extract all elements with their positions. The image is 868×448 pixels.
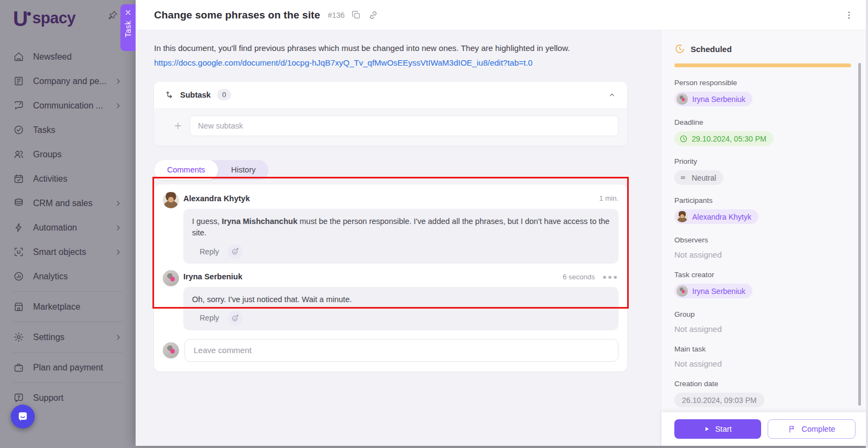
comment-author[interactable]: Alexandra Khytyk	[183, 194, 250, 203]
main-task-value[interactable]: Not assigned	[674, 359, 851, 368]
participant-value: Alexandra Khytyk	[692, 213, 751, 221]
field-label: Task creator	[674, 271, 851, 279]
window-scrollbar[interactable]	[866, 0, 868, 448]
comment-bubble: I guess, Iryna Mishchanchuk must be the …	[183, 209, 618, 264]
deadline-chip[interactable]: 29.10.2024, 05:30 PM	[674, 131, 774, 146]
comment-header: Iryna Serbeniuk 6 seconds ●●●	[183, 270, 618, 283]
comment-text: Oh, sorry. I've just noticed that. Wait …	[192, 294, 610, 306]
add-subtask-button[interactable]	[171, 119, 184, 132]
subtask-icon	[165, 90, 175, 100]
subtask-header[interactable]: Subtask 0	[154, 82, 627, 108]
field-group: Group Not assigned	[674, 310, 851, 334]
complete-button[interactable]: Complete	[768, 419, 856, 439]
task-actions-footer: Start Complete	[661, 412, 868, 446]
field-label: Observers	[674, 236, 851, 244]
avatar	[676, 285, 688, 297]
task-description: In this document, you'll find previous p…	[154, 41, 627, 55]
field-priority: Priority Neutral	[674, 157, 851, 185]
field-label: Priority	[674, 157, 851, 165]
group-value[interactable]: Not assigned	[674, 324, 851, 334]
status-label: Scheduled	[691, 44, 732, 54]
creation-date-value: 26.10.2024, 09:03 PM	[682, 396, 757, 405]
task-body: In this document, you'll find previous p…	[136, 30, 868, 446]
emoji-plus-icon	[231, 247, 240, 256]
comment-item: Iryna Serbeniuk 6 seconds ●●● Oh, sorry.…	[163, 270, 618, 330]
chat-launcher-button[interactable]	[11, 405, 35, 428]
field-deadline: Deadline 29.10.2024, 05:30 PM	[674, 118, 851, 146]
field-observers: Observers Not assigned	[674, 236, 851, 259]
reply-button[interactable]: Reply	[200, 247, 219, 256]
task-header: Change some phrases on the site #136	[136, 0, 868, 30]
complete-button-label: Complete	[801, 425, 835, 433]
task-creator-value: Iryna Serbeniuk	[692, 287, 745, 296]
document-link[interactable]: https://docs.google.com/document/d/1ocpg…	[154, 55, 533, 70]
field-person-responsible: Person responsible Iryna Serbeniuk	[674, 79, 851, 107]
leave-comment-row	[163, 339, 618, 362]
comments-section: Alexandra Khytyk 1 min. I guess, Iryna M…	[154, 184, 627, 372]
close-icon[interactable]	[124, 9, 132, 16]
avatar	[676, 93, 688, 105]
observers-value[interactable]: Not assigned	[674, 250, 851, 259]
comment-actions: Reply	[192, 311, 610, 325]
comment-author[interactable]: Iryna Serbeniuk	[183, 272, 242, 281]
chat-bubble-icon	[17, 411, 29, 423]
comment-timestamp: 6 seconds	[563, 273, 595, 281]
task-details-panel: Scheduled Person responsible Iryna Serbe…	[661, 30, 868, 446]
subtask-count-badge: 0	[217, 89, 231, 100]
comment-header: Alexandra Khytyk 1 min.	[183, 192, 618, 205]
field-label: Group	[674, 310, 851, 318]
task-title: Change some phrases on the site	[154, 9, 320, 21]
status-row: Scheduled	[674, 43, 851, 54]
add-reaction-button[interactable]	[228, 311, 242, 325]
comment-actions: Reply	[192, 244, 610, 259]
participant-chip[interactable]: Alexandra Khytyk	[674, 209, 758, 224]
user-mention[interactable]: Iryna Mishchanchuk	[222, 217, 297, 226]
link-icon[interactable]	[368, 10, 379, 21]
comment-item: Alexandra Khytyk 1 min. I guess, Iryna M…	[163, 192, 618, 264]
avatar[interactable]	[163, 270, 179, 286]
comment-body: Iryna Serbeniuk 6 seconds ●●● Oh, sorry.…	[183, 270, 618, 330]
field-label: Participants	[674, 196, 851, 204]
copy-icon[interactable]	[351, 10, 361, 20]
comment-more-icon[interactable]: ●●●	[602, 273, 618, 281]
task-creator-chip[interactable]: Iryna Serbeniuk	[674, 284, 752, 298]
add-reaction-button[interactable]	[228, 244, 242, 259]
field-label: Deadline	[674, 118, 851, 126]
subtask-section: Subtask 0	[154, 82, 627, 146]
subtask-title: Subtask	[180, 91, 210, 99]
task-tab-label: Task	[124, 21, 132, 37]
tab-comments[interactable]: Comments	[154, 160, 218, 180]
task-main-column: In this document, you'll find previous p…	[136, 30, 661, 446]
priority-value: Neutral	[692, 174, 716, 182]
comment-bubble: Oh, sorry. I've just noticed that. Wait …	[183, 287, 618, 330]
reply-button[interactable]: Reply	[200, 313, 219, 322]
creation-date-chip: 26.10.2024, 09:03 PM	[674, 393, 764, 407]
plus-icon	[173, 121, 183, 131]
more-menu-icon[interactable]	[844, 10, 854, 20]
scheduled-clock-icon	[674, 43, 685, 54]
tab-history[interactable]: History	[218, 160, 269, 180]
deadline-clock-icon	[679, 135, 688, 143]
comment-text-prefix: I guess,	[192, 217, 222, 226]
avatar	[676, 211, 688, 222]
start-button[interactable]: Start	[674, 419, 761, 439]
comment-timestamp: 1 min.	[599, 194, 618, 202]
status-progress-bar	[674, 63, 851, 67]
person-responsible-chip[interactable]: Iryna Serbeniuk	[674, 92, 752, 106]
emoji-plus-icon	[231, 313, 240, 323]
person-responsible-value: Iryna Serbeniuk	[692, 95, 745, 104]
subtask-body	[154, 108, 627, 146]
avatar	[163, 342, 179, 359]
leave-comment-input[interactable]	[184, 339, 618, 362]
field-participants: Participants Alexandra Khytyk	[674, 196, 851, 225]
comment-text: I guess, Iryna Mishchanchuk must be the …	[192, 216, 610, 240]
priority-neutral-icon	[679, 174, 687, 182]
panel-scrollbar[interactable]	[858, 63, 861, 406]
avatar[interactable]	[163, 192, 179, 208]
task-drawer-tab[interactable]: Task	[120, 4, 136, 51]
deadline-value: 29.10.2024, 05:30 PM	[692, 135, 767, 143]
task-drawer: Task Change some phrases on the site #13…	[136, 0, 868, 446]
priority-chip[interactable]: Neutral	[674, 170, 723, 185]
collapse-chevron-icon[interactable]	[608, 91, 616, 99]
new-subtask-input[interactable]	[190, 116, 618, 136]
